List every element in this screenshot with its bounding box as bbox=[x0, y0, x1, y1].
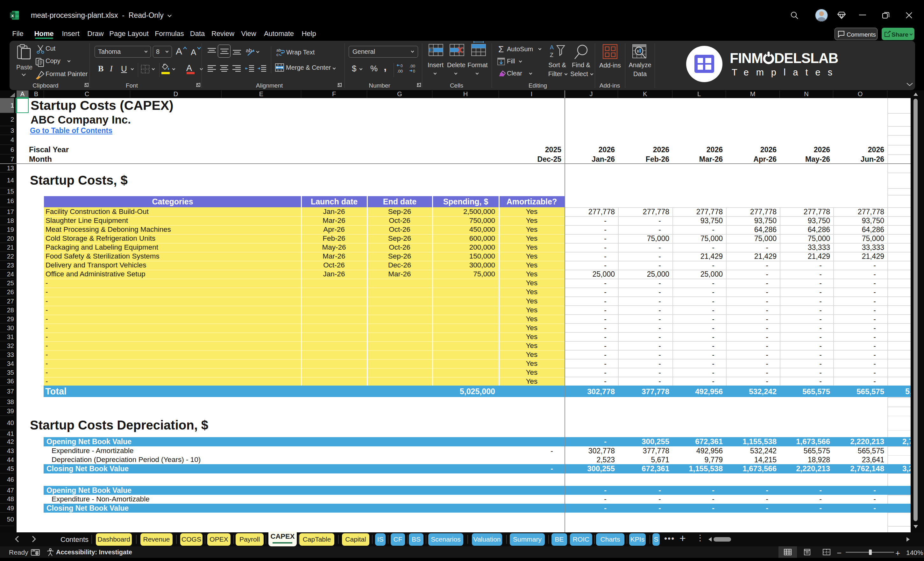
svg-text:0: 0 bbox=[413, 69, 415, 74]
svg-text:0: 0 bbox=[400, 64, 403, 68]
svg-text:.00: .00 bbox=[397, 69, 403, 74]
svg-text:Z: Z bbox=[550, 52, 554, 58]
svg-text:.00: .00 bbox=[410, 64, 415, 69]
svg-text:A: A bbox=[550, 44, 554, 51]
svg-text:c: c bbox=[276, 52, 279, 57]
svg-text:x: x bbox=[11, 13, 14, 18]
svg-text:ab: ab bbox=[276, 48, 281, 52]
